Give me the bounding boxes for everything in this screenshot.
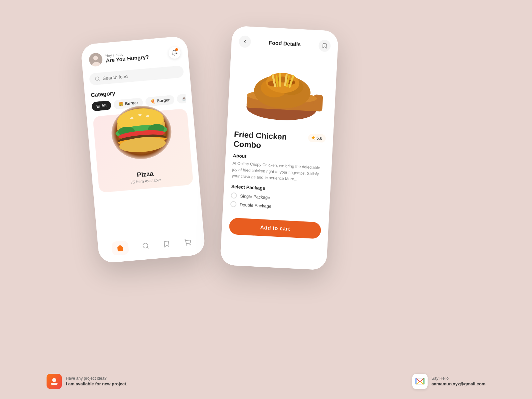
email-label: aamamun.xyz@gmail.com [432,381,485,386]
credit-left-text: Have any project idea? I am available fo… [66,376,127,387]
add-to-cart-section: Add to cart [229,218,321,239]
credit-right-text: Say Hello aamamun.xyz@gmail.com [432,376,485,387]
fried-chicken-image [237,55,327,126]
cart-nav-icon [183,238,191,246]
add-to-cart-button[interactable]: Add to cart [229,218,321,239]
credit-line1: Have any project idea? [66,376,127,381]
back-button[interactable] [239,35,251,48]
avatar [88,53,103,67]
coffee-emoji: ☕ [182,96,187,101]
rating-badge: ★ 5.0 [308,134,326,143]
featured-food-count: 75 Item Available [130,178,161,185]
single-package-label: Single Package [240,194,270,200]
nav-home[interactable] [111,240,129,256]
radio-single[interactable] [231,193,237,199]
greeting-block: Hey Hridoy Are You Hungry? [105,50,149,64]
credit-left: Have any project idea? I am available fo… [47,374,127,389]
phone-left: Hey Hridoy Are You Hungry? [80,36,205,263]
burger-label-2: Burger [156,97,170,103]
featured-card[interactable]: Pizza 75 Item Available [93,108,194,193]
food-name-row: Fried ChickenCombo ★ 5.0 [233,130,326,154]
right-phone-screen: Food Details [220,26,338,270]
search-input[interactable] [102,69,179,81]
package-options: Single Package Double Package [230,193,323,212]
burger-label-1: Burger [125,100,138,106]
page-title: Food Details [269,40,301,48]
credit-line2: I am available for new project. [66,381,127,386]
category-pill-coffee[interactable]: ☕ [177,94,186,104]
pizza-emoji: 🍕 [150,99,155,104]
package-double[interactable]: Double Package [230,201,322,212]
all-label: All [101,103,107,108]
nav-cart[interactable] [183,238,191,246]
double-package-label: Double Package [240,202,272,209]
portfolio-icon [47,374,62,389]
star-icon: ★ [311,135,316,141]
say-hello-label: Say Hello [432,376,485,381]
food-details-section: Fried ChickenCombo ★ 5.0 About At Online… [223,124,333,218]
svg-point-17 [186,245,187,245]
home-icon [116,244,124,252]
svg-point-18 [190,244,190,245]
package-section: Select Package Single Package Double Pac… [230,184,323,212]
burger-emoji-1: 🍔 [118,102,124,107]
about-section: About At Online Crispy Chicken, we bring… [232,153,325,184]
category-pill-all[interactable]: ⊞ All [91,100,112,111]
burger-food-image [109,103,174,162]
featured-food-name: Pizza [137,170,154,179]
user-info: Hey Hridoy Are You Hungry? [88,48,149,67]
bookmark-nav-icon [163,240,171,248]
gmail-icon [412,374,428,389]
food-name: Fried ChickenCombo [233,130,287,152]
search-nav-icon [142,242,150,250]
all-icon: ⊞ [96,104,100,109]
nav-search[interactable] [142,242,150,250]
nav-bookmarks[interactable] [163,240,171,248]
food-image-area [227,51,337,129]
left-phone-screen: Hey Hridoy Are You Hungry? [80,36,205,263]
page-background: Hey Hridoy Are You Hungry? [0,0,532,399]
search-icon [94,76,100,81]
radio-double[interactable] [230,201,236,207]
svg-rect-37 [51,383,58,385]
category-pill-burger2[interactable]: 🍕 Burger [145,95,175,107]
package-title: Select Package [231,184,323,194]
bookmark-icon [322,43,328,49]
credit-right: Say Hello aamamun.xyz@gmail.com [412,374,485,389]
bottom-navigation [97,230,205,264]
svg-point-36 [52,378,56,382]
notification-bell-icon[interactable] [168,46,181,59]
bookmark-button[interactable] [318,40,331,52]
phone-right: Food Details [220,26,338,270]
rating-value: 5.0 [316,136,323,141]
about-text: At Online Crispy Chicken, we bring the d… [232,160,325,184]
